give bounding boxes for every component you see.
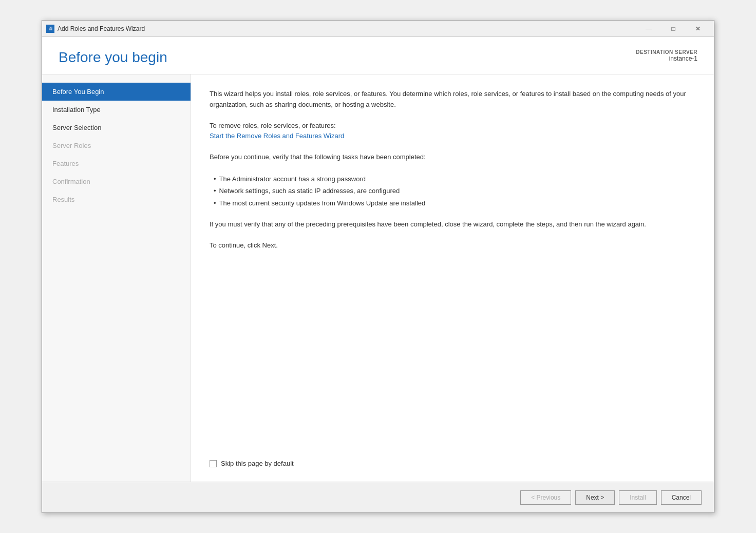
sidebar-item-server-roles: Server Roles [42,137,191,155]
skip-checkbox-label: Skip this page by default [221,460,294,467]
bullet-item-1: • The Administrator account has a strong… [214,173,695,185]
title-bar-left: 🖥 Add Roles and Features Wizard [46,25,145,33]
previous-button[interactable]: < Previous [520,490,571,505]
bullet-item-2: • Network settings, such as static IP ad… [214,185,695,197]
wizard-header: Before you begin DESTINATION SERVER inst… [42,37,714,74]
bullet-dot-1: • [214,173,216,185]
destination-name: instance-1 [636,55,697,62]
minimize-button[interactable]: — [637,21,660,37]
bullet-dot-3: • [214,197,216,209]
destination-label: DESTINATION SERVER [636,49,697,55]
wizard-body: Before You Begin Installation Type Serve… [42,74,714,482]
destination-server-info: DESTINATION SERVER instance-1 [636,49,697,62]
title-bar: 🖥 Add Roles and Features Wizard — □ ✕ [42,21,714,37]
bullet-list: • The Administrator account has a strong… [214,173,695,209]
remove-label: To remove roles, role services, or featu… [210,121,695,142]
sidebar-item-features: Features [42,155,191,173]
sidebar-item-server-selection[interactable]: Server Selection [42,119,191,137]
bullet-dot-2: • [214,185,216,197]
cancel-button[interactable]: Cancel [661,490,702,505]
maximize-button[interactable]: □ [662,21,685,37]
intro-text: This wizard helps you install roles, rol… [210,89,695,110]
sidebar-item-before-you-begin[interactable]: Before You Begin [42,83,191,101]
remove-link[interactable]: Start the Remove Roles and Features Wiza… [210,132,344,140]
skip-checkbox[interactable] [210,460,217,467]
content-area: This wizard helps you install roles, rol… [191,74,714,482]
sidebar-item-installation-type[interactable]: Installation Type [42,101,191,119]
sidebar-item-confirmation: Confirmation [42,173,191,191]
window-title: Add Roles and Features Wizard [58,25,145,32]
closing-text: If you must verify that any of the prece… [210,219,695,230]
wizard-window: 🖥 Add Roles and Features Wizard — □ ✕ Be… [42,20,714,513]
wizard-footer: < Previous Next > Install Cancel [42,482,714,512]
sidebar: Before You Begin Installation Type Serve… [42,74,191,482]
window-controls: — □ ✕ [637,21,710,37]
verify-label: Before you continue, verify that the fol… [210,152,695,163]
page-title: Before you begin [59,49,167,66]
close-button[interactable]: ✕ [686,21,710,37]
checkbox-area: Skip this page by default [210,439,695,467]
install-button[interactable]: Install [619,490,656,505]
next-button[interactable]: Next > [575,490,615,505]
sidebar-item-results: Results [42,191,191,208]
content-scroll: This wizard helps you install roles, rol… [210,89,695,439]
content-inner: This wizard helps you install roles, rol… [210,89,695,467]
app-icon: 🖥 [46,25,54,33]
bullet-item-3: • The most current security updates from… [214,197,695,209]
continue-text: To continue, click Next. [210,240,695,251]
